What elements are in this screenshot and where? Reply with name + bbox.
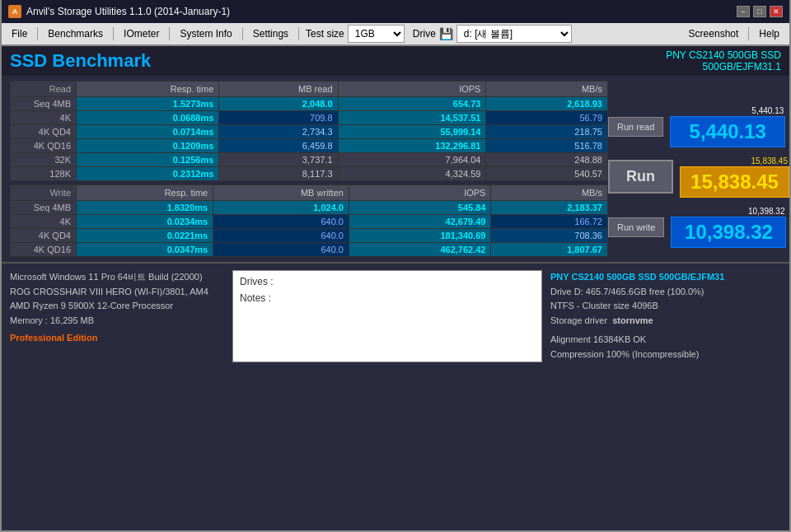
read-row-32k: 32K 0.1256ms 3,737.1 7,964.04 248.88 — [11, 153, 608, 167]
notes-box[interactable]: Drives : Notes : — [232, 270, 542, 362]
app-icon: A — [8, 5, 21, 18]
write-score-value: 10,398.32 — [671, 217, 786, 248]
mbs-4kqd16-read: 516.78 — [486, 139, 608, 153]
bottom-area: Microsoft Windows 11 Pro 64비트 Build (220… — [2, 262, 789, 369]
device-line2: 500GB/EJFM31.1 — [666, 61, 781, 72]
menu-bar: File Benchmarks IOmeter System Info Sett… — [2, 23, 789, 46]
device-line1: PNY CS2140 500GB SSD — [666, 49, 781, 61]
mbs-4k-read: 56.79 — [486, 111, 608, 125]
col-mbs-write: MB/s — [491, 185, 608, 201]
col-mb-read: MB read — [219, 82, 338, 97]
title-bar-text: Anvil's Storage Utilities 1.1.0 (2014-Ja… — [26, 6, 230, 17]
read-score-label: 5,440.13 — [670, 105, 785, 116]
menu-iometer[interactable]: IOmeter — [117, 26, 166, 42]
write-row-4kqd16: 4K QD16 0.0347ms 640.0 462,762.42 1,807.… — [11, 243, 608, 257]
mbs-128k-read: 540.57 — [486, 167, 608, 181]
system-info: Microsoft Windows 11 Pro 64비트 Build (220… — [10, 270, 224, 362]
mb-seq4mb-read: 2,048.0 — [219, 97, 338, 111]
title-bar: A Anvil's Storage Utilities 1.1.0 (2014-… — [2, 0, 789, 23]
mb-4k-write: 640.0 — [213, 215, 349, 229]
close-button[interactable]: ✕ — [770, 6, 783, 17]
iops-4kqd16-read: 132,296.81 — [338, 139, 486, 153]
sys-line2: ROG CROSSHAIR VIII HERO (WI-FI)/3801, AM… — [10, 285, 224, 300]
menu-benchmarks[interactable]: Benchmarks — [41, 26, 110, 42]
mb-4k-read: 709.8 — [219, 111, 338, 125]
resp-seq4mb-read: 1.5273ms — [77, 97, 219, 111]
mb-4kqd16-read: 6,459.8 — [219, 139, 338, 153]
drives-label: Drives : — [240, 276, 535, 287]
resp-4kqd4-read: 0.0714ms — [77, 125, 219, 139]
col-iops-write: IOPS — [349, 185, 491, 201]
col-resp-write: Resp. time — [77, 185, 213, 201]
menu-help[interactable]: Help — [752, 26, 786, 42]
iops-seq4mb-write: 545.84 — [349, 201, 491, 215]
minimize-button[interactable]: − — [737, 6, 750, 17]
total-score-value: 15,838.45 — [680, 166, 789, 198]
col-resp-read: Resp. time — [77, 82, 219, 97]
col-write: Write — [11, 185, 77, 201]
label-seq4mb-write: Seq 4MB — [11, 201, 77, 215]
write-row-4k: 4K 0.0234ms 640.0 42,679.49 166.72 — [11, 215, 608, 229]
menu-file[interactable]: File — [5, 26, 34, 42]
read-row-seq4mb: Seq 4MB 1.5273ms 2,048.0 654.73 2,618.93 — [11, 97, 608, 111]
menu-settings[interactable]: Settings — [246, 26, 295, 42]
drive-details: PNY CS2140 500GB SSD 500GB/EJFM31 Drive … — [550, 270, 781, 362]
iops-4kqd16-write: 462,762.42 — [349, 243, 491, 257]
mb-4kqd4-read: 2,734.3 — [219, 125, 338, 139]
right-panel: Run read 5,440.13 5,440.13 Run 15,838.45… — [616, 81, 781, 257]
mbs-seq4mb-read: 2,618.93 — [486, 97, 608, 111]
maximize-button[interactable]: □ — [753, 6, 766, 17]
col-mb-write: MB written — [213, 185, 349, 201]
test-size-select[interactable]: 512MB 1GB 2GB 4GB — [348, 25, 405, 43]
label-seq4mb-read: Seq 4MB — [11, 97, 77, 111]
label-4kqd4-read: 4K QD4 — [11, 125, 77, 139]
resp-4k-write: 0.0234ms — [77, 215, 213, 229]
drive-details-line2: NTFS - Cluster size 4096B — [550, 299, 781, 314]
mb-128k-read: 8,117.3 — [219, 167, 338, 181]
col-mbs-read: MB/s — [486, 82, 608, 97]
menu-sysinfo[interactable]: System Info — [173, 26, 238, 42]
menu-screenshot[interactable]: Screenshot — [682, 26, 746, 42]
col-read: Read — [11, 82, 77, 97]
mb-4kqd4-write: 640.0 — [213, 229, 349, 243]
read-row-4k: 4K 0.0688ms 709.8 14,537.51 56.79 — [11, 111, 608, 125]
mb-32k-read: 3,737.1 — [219, 153, 338, 167]
drive-select[interactable]: d: [새 볼륨] — [456, 25, 572, 43]
read-row-4kqd4: 4K QD4 0.0714ms 2,734.3 55,999.14 218.75 — [11, 125, 608, 139]
iops-4kqd4-write: 181,340.69 — [349, 229, 491, 243]
resp-seq4mb-write: 1.8320ms — [77, 201, 213, 215]
mbs-4k-write: 166.72 — [491, 215, 608, 229]
write-row-seq4mb: Seq 4MB 1.8320ms 1,024.0 545.84 2,183.37 — [11, 201, 608, 215]
label-128k-read: 128K — [11, 167, 77, 181]
window-controls: − □ ✕ — [737, 6, 783, 17]
total-score-label: 15,838.45 — [680, 156, 789, 166]
resp-32k-read: 0.1256ms — [77, 153, 219, 167]
mb-4kqd16-write: 640.0 — [213, 243, 349, 257]
resp-4k-read: 0.0688ms — [77, 111, 219, 125]
write-score-label: 10,398.32 — [671, 206, 786, 217]
notes-label: Notes : — [240, 292, 535, 304]
label-4kqd16-read: 4K QD16 — [11, 139, 77, 153]
label-4k-read: 4K — [11, 111, 77, 125]
write-row-4kqd4: 4K QD4 0.0221ms 640.0 181,340.69 708.36 — [11, 229, 608, 243]
iops-seq4mb-read: 654.73 — [338, 97, 486, 111]
drive-details-line3: Storage driver stornvme — [550, 314, 781, 329]
read-row-128k: 128K 0.2312ms 8,117.3 4,324.59 540.57 — [11, 167, 608, 181]
read-score-value: 5,440.13 — [670, 116, 785, 147]
sys-line4: Memory : 16,295 MB — [10, 314, 224, 329]
run-write-button[interactable]: Run write — [608, 217, 664, 237]
pro-edition-label: Professional Edition — [10, 331, 224, 346]
run-read-button[interactable]: Run read — [608, 117, 663, 137]
col-iops-read: IOPS — [338, 82, 486, 97]
test-size-label: Test size — [306, 28, 344, 40]
label-32k-read: 32K — [11, 153, 77, 167]
read-row-4kqd16: 4K QD16 0.1209ms 6,459.8 132,296.81 516.… — [11, 139, 608, 153]
drive-label: Drive — [413, 28, 436, 40]
run-button[interactable]: Run — [608, 160, 673, 194]
mbs-seq4mb-write: 2,183.37 — [491, 201, 608, 215]
label-4k-write: 4K — [11, 215, 77, 229]
sys-line3: AMD Ryzen 9 5900X 12-Core Processor — [10, 299, 224, 314]
mbs-32k-read: 248.88 — [486, 153, 608, 167]
resp-4kqd4-write: 0.0221ms — [77, 229, 213, 243]
iops-4kqd4-read: 55,999.14 — [338, 125, 486, 139]
